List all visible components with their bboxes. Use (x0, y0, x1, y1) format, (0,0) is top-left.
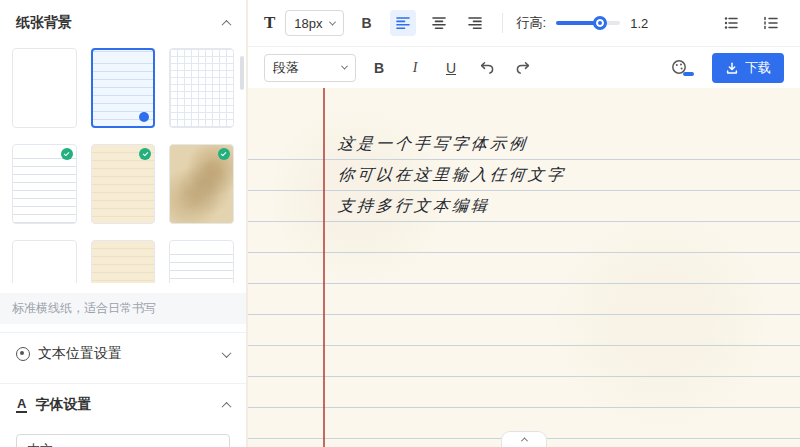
paragraph-style-select[interactable]: 段落 (264, 54, 356, 82)
bullet-list-button[interactable] (718, 10, 744, 36)
toolbar-row-2: 段落 B I U (248, 47, 800, 88)
download-button[interactable]: 下载 (712, 53, 784, 83)
app: 纸张背景 标准横线纸，适合日常书写 文 (0, 0, 800, 447)
editor-main: T 18px B (248, 0, 800, 447)
align-center-button[interactable] (426, 10, 452, 36)
premium-badge-icon (61, 148, 73, 160)
bold-button[interactable]: B (354, 10, 380, 36)
text-line: 这是一个手写字体示例 (336, 128, 567, 159)
ordered-list-icon (763, 15, 779, 31)
underline-button[interactable]: U (438, 55, 464, 81)
bold-button-2[interactable]: B (366, 55, 392, 81)
chevron-up-icon (222, 401, 232, 411)
handwritten-text: 这是一个手写字体示例 你可以在这里输入任何文字 支持多行文本编辑 (338, 128, 566, 221)
chevron-down-icon (329, 18, 336, 25)
line-height-label: 行高: (517, 14, 547, 32)
paper-caption: 标准横线纸，适合日常书写 (0, 293, 246, 324)
redo-icon (515, 60, 531, 76)
color-picker-button[interactable] (670, 58, 690, 78)
paper-thumb-partial-1[interactable] (12, 240, 77, 283)
toolbar2-right: 下载 (670, 53, 784, 83)
chevron-up-icon (222, 19, 232, 29)
paper-thumb-vintage[interactable] (169, 144, 234, 224)
margin-line (323, 88, 325, 447)
bullet-list-icon (723, 15, 739, 31)
toolbar-divider (502, 13, 503, 33)
download-icon (725, 61, 739, 75)
paper-thumb-partial-2[interactable] (91, 240, 156, 283)
chevron-down-icon (222, 348, 232, 358)
text-line: 你可以在这里输入任何文字 (336, 159, 567, 190)
undo-icon (479, 60, 495, 76)
download-label: 下载 (745, 59, 771, 77)
align-center-icon (431, 15, 447, 31)
current-color-indicator (683, 72, 694, 76)
paper-thumb-grid[interactable] (169, 48, 234, 128)
align-right-button[interactable] (462, 10, 488, 36)
text-line: 支持多行文本编辑 (336, 190, 567, 221)
paper-thumb-partial-3[interactable] (169, 240, 234, 283)
collapse-panel-button[interactable] (501, 431, 547, 447)
toolbar-row-1: T 18px B (248, 0, 800, 47)
selected-indicator-icon (139, 112, 149, 122)
premium-badge-icon (139, 148, 151, 160)
slider-knob[interactable] (593, 16, 607, 30)
font-size-select[interactable]: 18px (285, 10, 343, 36)
ordered-list-button[interactable] (758, 10, 784, 36)
chevron-down-icon (341, 63, 348, 70)
position-icon (16, 347, 30, 361)
section-text-position[interactable]: 文本位置设置 (0, 332, 246, 375)
font-size-value: 18px (294, 16, 322, 31)
align-left-button[interactable] (390, 10, 416, 36)
editor-canvas[interactable]: 这是一个手写字体示例 你可以在这里输入任何文字 支持多行文本编辑 (248, 88, 800, 447)
text-tool-icon[interactable]: T (264, 13, 275, 33)
chevron-up-icon (520, 437, 527, 444)
toolbar-right-icons (718, 10, 784, 36)
paragraph-style-value: 段落 (273, 59, 299, 77)
premium-badge-icon (218, 148, 230, 160)
italic-button[interactable]: I (402, 55, 428, 81)
font-icon: A (16, 397, 27, 413)
paper-thumb-blank[interactable] (12, 48, 77, 128)
paper-thumb-lined-selected[interactable] (91, 48, 156, 128)
line-height-value: 1.2 (630, 16, 648, 31)
font-settings-label: 字体设置 (35, 396, 215, 414)
text-position-label: 文本位置设置 (38, 345, 215, 363)
sidebar-scrollbar-thumb[interactable] (240, 56, 244, 90)
undo-button[interactable] (474, 55, 500, 81)
language-select[interactable]: 中文 (16, 434, 230, 447)
sidebar: 纸张背景 标准横线纸，适合日常书写 文 (0, 0, 246, 447)
paper-background-section-header[interactable]: 纸张背景 (0, 0, 246, 40)
line-height-slider[interactable] (556, 16, 620, 30)
section-font-settings[interactable]: A 字体设置 (0, 383, 246, 426)
paper-thumb-cream[interactable] (91, 144, 156, 224)
paper-thumbnail-grid (12, 48, 234, 283)
align-right-icon (467, 15, 483, 31)
redo-button[interactable] (510, 55, 536, 81)
paper-thumb-lined-2[interactable] (12, 144, 77, 224)
language-select-value: 中文 (27, 441, 53, 447)
paper-background-title: 纸张背景 (16, 14, 72, 32)
align-left-icon (395, 15, 411, 31)
